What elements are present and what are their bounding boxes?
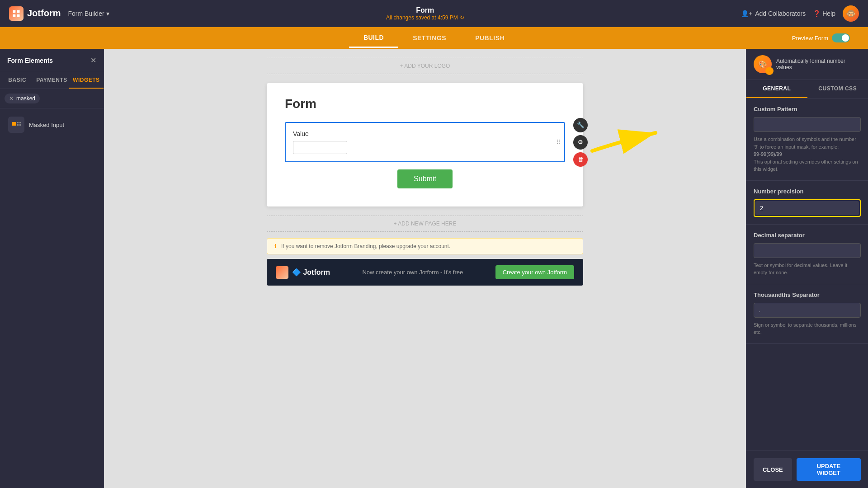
branding-logo-text: 🔷 Jotform bbox=[292, 268, 330, 277]
header-left: Jotform Form Builder ▾ bbox=[9, 6, 109, 21]
drag-handle[interactable]: ⠿ bbox=[556, 139, 561, 146]
widget-item-masked-input[interactable]: Masked Input bbox=[5, 113, 99, 136]
decimal-separator-title: Decimal separator bbox=[754, 232, 861, 239]
form-card: Form Value ⠿ 🔧 ⚙ 🗑 Submit bbox=[267, 83, 583, 206]
custom-pattern-input[interactable] bbox=[754, 117, 861, 132]
user-plus-icon: 👤+ bbox=[741, 10, 752, 17]
panel-avatar-row: 🎨 🔸 Automatically format number values bbox=[746, 49, 868, 80]
header: Jotform Form Builder ▾ Form All changes … bbox=[0, 0, 868, 27]
add-logo-button[interactable]: + ADD YOUR LOGO bbox=[267, 58, 583, 74]
wrench-button[interactable]: 🔧 bbox=[573, 118, 588, 132]
decimal-separator-input[interactable] bbox=[754, 243, 861, 258]
preview-label: Preview Form bbox=[792, 35, 828, 42]
svg-rect-2 bbox=[13, 14, 16, 17]
create-jotform-button[interactable]: Create your own Jotform bbox=[495, 265, 574, 279]
form-area-wrapper: Form Value ⠿ 🔧 ⚙ 🗑 Submit bbox=[267, 83, 583, 206]
custom-pattern-section: Custom Pattern Use a combination of symb… bbox=[746, 99, 868, 181]
preview-toggle-switch[interactable] bbox=[832, 33, 850, 42]
sidebar-title: Form Elements bbox=[7, 57, 53, 64]
thousandths-separator-title: Thousandths Separator bbox=[754, 291, 861, 298]
update-widget-button[interactable]: UPDATE WIDGET bbox=[797, 458, 861, 481]
tab-publish[interactable]: PUBLISH bbox=[461, 29, 519, 47]
help-button[interactable]: ❓ Help bbox=[813, 10, 835, 17]
svg-rect-1 bbox=[17, 10, 20, 13]
search-box: ✕ masked bbox=[0, 89, 104, 108]
sidebar-tab-basic[interactable]: BASIC bbox=[0, 72, 34, 89]
panel-tabs: GENERAL CUSTOM CSS bbox=[746, 80, 868, 99]
header-right: 👤+ Add Collaborators ❓ Help 🐵 bbox=[741, 5, 859, 22]
svg-rect-6 bbox=[17, 124, 19, 126]
branding-text: Now create your own Jotform - It's free bbox=[362, 269, 463, 276]
tab-build[interactable]: BUILD bbox=[349, 28, 398, 48]
avatar[interactable]: 🐵 bbox=[843, 5, 859, 22]
panel-tab-custom-css[interactable]: CUSTOM CSS bbox=[807, 80, 868, 98]
sidebar-header: Form Elements ✕ bbox=[0, 49, 104, 72]
thousandths-separator-section: Thousandths Separator Sign or symbol to … bbox=[746, 284, 868, 344]
chevron-down-icon: ▾ bbox=[106, 10, 109, 17]
panel-bottom-buttons: CLOSE UPDATE WIDGET bbox=[746, 450, 868, 488]
number-precision-section: Number precision bbox=[746, 181, 868, 225]
thousandths-separator-desc: Sign or symbol to separate thousands, mi… bbox=[754, 321, 861, 336]
widget-icon bbox=[8, 117, 24, 133]
warning-icon: ℹ bbox=[274, 243, 277, 249]
sidebar-tab-payments[interactable]: PAYMENTS bbox=[34, 72, 69, 89]
toggle-knob bbox=[842, 34, 849, 42]
form-builder-button[interactable]: Form Builder ▾ bbox=[68, 10, 109, 17]
svg-rect-5 bbox=[17, 122, 19, 123]
field-input[interactable] bbox=[293, 141, 347, 154]
add-page-button[interactable]: + ADD NEW PAGE HERE bbox=[267, 216, 583, 232]
number-precision-highlight bbox=[754, 199, 861, 217]
branding-warning-text: If you want to remove Jotform Branding, … bbox=[281, 243, 450, 249]
submit-button[interactable]: Submit bbox=[397, 169, 453, 188]
yellow-arrow-annotation bbox=[583, 106, 674, 162]
sidebar-close-button[interactable]: ✕ bbox=[90, 56, 96, 65]
main-layout: Form Elements ✕ BASIC PAYMENTS WIDGETS ✕… bbox=[0, 49, 868, 488]
sidebar-tab-widgets[interactable]: WIDGETS bbox=[69, 72, 104, 89]
widget-name: Masked Input bbox=[29, 122, 64, 128]
number-precision-title: Number precision bbox=[754, 188, 861, 195]
thousandths-separator-input[interactable] bbox=[754, 303, 861, 318]
form-title: Form bbox=[386, 6, 464, 14]
form-card-title: Form bbox=[285, 97, 565, 111]
svg-rect-8 bbox=[19, 124, 21, 126]
gear-button[interactable]: ⚙ bbox=[573, 135, 588, 150]
custom-pattern-desc: Use a combination of symbols and the num… bbox=[754, 136, 861, 173]
search-tag-x[interactable]: ✕ bbox=[9, 95, 14, 102]
branding-logo-icon bbox=[276, 266, 288, 279]
close-button[interactable]: CLOSE bbox=[754, 458, 792, 481]
branding-bar: 🔷 Jotform Now create your own Jotform - … bbox=[267, 259, 583, 286]
decimal-separator-desc: Text or symbol for decimal values. Leave… bbox=[754, 262, 861, 277]
refresh-icon[interactable]: ↻ bbox=[460, 14, 464, 21]
tab-settings[interactable]: SETTINGS bbox=[398, 29, 461, 47]
branding-warning: ℹ If you want to remove Jotform Branding… bbox=[267, 238, 583, 254]
add-collaborators-label: Add Collaborators bbox=[755, 10, 806, 17]
saved-status: All changes saved at 4:59 PM ↻ bbox=[386, 14, 464, 21]
field-wrapper: Value ⠿ 🔧 ⚙ 🗑 bbox=[285, 122, 565, 162]
number-precision-input[interactable] bbox=[755, 201, 859, 215]
right-panel: 🎨 🔸 Automatically format number values G… bbox=[746, 49, 868, 488]
logo-text: Jotform bbox=[27, 8, 61, 19]
svg-rect-4 bbox=[12, 122, 16, 126]
branding-logo: 🔷 Jotform bbox=[276, 266, 330, 279]
custom-pattern-title: Custom Pattern bbox=[754, 106, 861, 113]
preview-toggle[interactable]: Preview Form bbox=[792, 33, 850, 42]
add-collaborators-button[interactable]: 👤+ Add Collaborators bbox=[741, 10, 806, 17]
logo-icon bbox=[9, 6, 24, 21]
logo[interactable]: Jotform bbox=[9, 6, 61, 21]
panel-avatar: 🎨 🔸 bbox=[754, 55, 772, 73]
tab-bar: BUILD SETTINGS PUBLISH Preview Form bbox=[0, 27, 868, 49]
tab-bar-wrapper: BUILD SETTINGS PUBLISH Preview Form bbox=[0, 27, 868, 49]
help-label: Help bbox=[822, 10, 835, 17]
decimal-separator-section: Decimal separator Text or symbol for dec… bbox=[746, 225, 868, 284]
panel-avatar-badge: 🔸 bbox=[765, 67, 774, 75]
panel-tab-general[interactable]: GENERAL bbox=[746, 80, 807, 98]
auto-format-text: Automatically format number values bbox=[776, 58, 861, 70]
tab-bar-inner: BUILD SETTINGS PUBLISH bbox=[0, 28, 868, 48]
sidebar: Form Elements ✕ BASIC PAYMENTS WIDGETS ✕… bbox=[0, 49, 104, 488]
form-builder-label: Form Builder bbox=[68, 10, 104, 17]
field-label: Value bbox=[293, 130, 557, 137]
svg-rect-7 bbox=[19, 122, 21, 123]
svg-rect-0 bbox=[13, 10, 16, 13]
delete-button[interactable]: 🗑 bbox=[573, 152, 588, 167]
field-actions: 🔧 ⚙ 🗑 bbox=[573, 118, 588, 167]
